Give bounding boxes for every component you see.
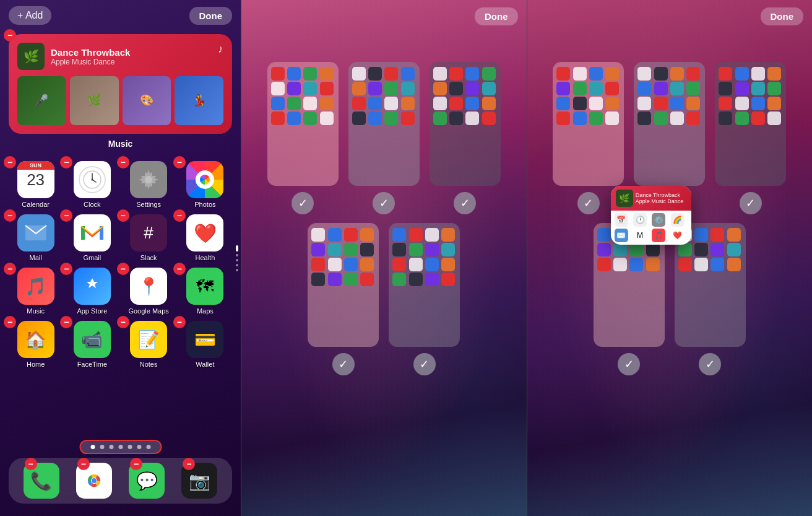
- app-item-music[interactable]: − 🎵 Music: [9, 268, 63, 315]
- app-item-maps[interactable]: − 🗺 Maps: [178, 268, 232, 315]
- app-item-settings[interactable]: − Settings: [122, 161, 176, 208]
- remove-messages-button[interactable]: −: [130, 458, 142, 470]
- panel2-screen1[interactable]: [267, 62, 339, 186]
- mini-icon: [409, 243, 423, 256]
- mini-icon: [425, 258, 439, 271]
- app-item-facetime[interactable]: − 📹 FaceTime: [65, 321, 119, 368]
- remove-notes-button[interactable]: −: [117, 316, 129, 328]
- panel3-screen1[interactable]: [553, 62, 624, 186]
- panel3-check1[interactable]: ✓: [577, 192, 600, 214]
- mini-icon: [384, 97, 398, 110]
- panel3-screen3-grid: [715, 62, 786, 128]
- panel3-widget-header: 🌿 Dance Throwback Apple Music Dance: [611, 186, 691, 211]
- page-dot-7[interactable]: [146, 445, 150, 449]
- page-dot-3[interactable]: [109, 445, 113, 449]
- mini-icon: [735, 82, 749, 95]
- remove-googlemaps-button[interactable]: −: [117, 263, 129, 275]
- remove-wallet-button[interactable]: −: [173, 316, 186, 328]
- app-item-slack[interactable]: − # Slack: [122, 214, 176, 261]
- done-button-panel2[interactable]: Done: [475, 7, 518, 25]
- remove-music-button[interactable]: −: [4, 263, 16, 275]
- dock-item-phone[interactable]: − 📞: [24, 463, 59, 499]
- panel2-screen3[interactable]: [430, 62, 501, 186]
- mini-icon: [605, 67, 619, 81]
- panel3-floating-widget[interactable]: 🌿 Dance Throwback Apple Music Dance 📅 🕐 …: [611, 186, 691, 245]
- fw-icon-health: ❤️: [671, 229, 685, 242]
- mini-icon: [678, 258, 692, 271]
- panel2-check3[interactable]: ✓: [454, 192, 476, 214]
- panel2-screens-row-bottom: ✓: [241, 223, 527, 375]
- app-item-home[interactable]: − 🏠 Home: [9, 321, 63, 368]
- panel2-check2[interactable]: ✓: [373, 192, 395, 214]
- panel2-screen5[interactable]: [389, 223, 460, 347]
- remove-settings-button[interactable]: −: [117, 156, 129, 168]
- remove-phone-button[interactable]: −: [25, 458, 37, 470]
- remove-health-button[interactable]: −: [173, 209, 186, 222]
- dock-item-camera[interactable]: − 📷: [181, 463, 217, 499]
- dock-item-chrome[interactable]: −: [76, 463, 112, 499]
- app-item-calendar[interactable]: − SUN 23 Calendar: [9, 161, 63, 208]
- page-dot-5[interactable]: [127, 445, 132, 449]
- app-item-clock[interactable]: − Clock: [65, 161, 119, 208]
- music-album-thumbnail: 🌿: [17, 43, 45, 70]
- mini-icon: [727, 258, 741, 271]
- album-item-3[interactable]: 🎨: [123, 76, 171, 125]
- page-dot-6[interactable]: [137, 445, 141, 449]
- app-item-photos[interactable]: − Photos: [178, 161, 232, 208]
- album-item-1[interactable]: 🎤: [17, 76, 66, 125]
- album-item-2[interactable]: 🌿: [70, 76, 119, 125]
- page-dot-1[interactable]: [90, 445, 95, 449]
- page-dot-2[interactable]: [100, 445, 104, 449]
- mini-icon: [686, 97, 700, 110]
- panel2-screen4[interactable]: [308, 223, 379, 347]
- done-button-panel3[interactable]: Done: [761, 7, 804, 25]
- remove-music-widget-button[interactable]: −: [4, 29, 16, 42]
- mail-svg: [25, 225, 47, 241]
- mini-icon: [287, 112, 301, 125]
- app-item-wallet[interactable]: − 💳 Wallet: [178, 321, 232, 368]
- panel2-check4[interactable]: ✓: [332, 353, 355, 375]
- mini-icon: [686, 82, 700, 95]
- app-item-notes[interactable]: − 📝 Notes: [122, 321, 176, 368]
- mini-icon: [441, 258, 455, 271]
- app-item-googlemaps[interactable]: − 📍 Google Maps: [122, 268, 176, 315]
- remove-chrome-button[interactable]: −: [77, 458, 90, 470]
- dock-item-messages[interactable]: − 💬: [129, 463, 165, 499]
- done-button-panel1[interactable]: Done: [189, 7, 233, 25]
- remove-photos-button[interactable]: −: [173, 156, 186, 168]
- panel3-screen2[interactable]: [634, 62, 705, 186]
- panel2-screen2[interactable]: [348, 62, 420, 186]
- remove-slack-button[interactable]: −: [117, 209, 129, 222]
- panel2-check1[interactable]: ✓: [292, 192, 314, 214]
- panel3-screen3[interactable]: [715, 62, 786, 186]
- remove-mail-button[interactable]: −: [4, 209, 16, 222]
- panel3-check3[interactable]: ✓: [740, 192, 762, 214]
- mini-icon: [670, 97, 684, 110]
- page-dot-4[interactable]: [118, 445, 123, 449]
- add-button[interactable]: + Add: [9, 6, 51, 25]
- panel3-check5[interactable]: ✓: [699, 353, 721, 375]
- app-label-googlemaps: Google Maps: [128, 307, 168, 315]
- mini-icon: [694, 243, 708, 256]
- app-item-gmail[interactable]: − Gmail: [65, 214, 119, 261]
- remove-calendar-button[interactable]: −: [4, 156, 16, 168]
- panel3-check4[interactable]: ✓: [618, 353, 640, 375]
- panel2-check5[interactable]: ✓: [413, 353, 436, 375]
- remove-clock-button[interactable]: −: [60, 156, 72, 168]
- music-widget[interactable]: 🌿 Dance Throwback Apple Music Dance ♪ 🎤 …: [9, 34, 232, 134]
- remove-gmail-button[interactable]: −: [60, 209, 72, 222]
- music-widget-info: Dance Throwback Apple Music Dance: [51, 47, 130, 66]
- app-item-appstore[interactable]: − App Store: [65, 268, 119, 315]
- remove-home-button[interactable]: −: [4, 316, 16, 328]
- mini-icon: [767, 97, 781, 110]
- mini-icon: [751, 82, 765, 95]
- remove-facetime-button[interactable]: −: [60, 316, 72, 328]
- mini-icon: [735, 97, 749, 110]
- remove-maps-button[interactable]: −: [173, 263, 186, 275]
- mini-icon: [597, 228, 611, 242]
- app-item-health[interactable]: − ❤️ Health: [178, 214, 232, 261]
- remove-appstore-button[interactable]: −: [60, 263, 72, 275]
- mini-icon: [686, 67, 700, 81]
- app-item-mail[interactable]: − Mail: [9, 214, 63, 261]
- album-item-4[interactable]: 💃: [175, 76, 223, 125]
